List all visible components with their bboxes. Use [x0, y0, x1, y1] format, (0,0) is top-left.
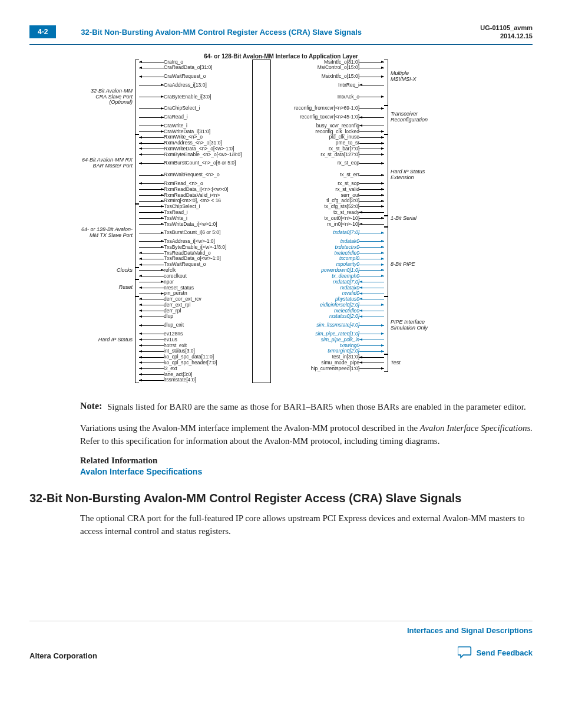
- related-info-heading: Related Information: [80, 456, 533, 466]
- diagram-signal: dlup: [164, 314, 252, 319]
- diagram-signal: CraChipSelect_i: [164, 106, 252, 111]
- diagram-signal: MsiControl_o[15:0]: [271, 65, 359, 71]
- paragraph-1: Variations using the Avalon-MM interface…: [80, 422, 533, 448]
- diagram-signal: derr_rpl: [164, 308, 252, 314]
- page-header: 4-2 32-Bit Non-Bursting Avalon-MM Contro…: [29, 24, 533, 45]
- diagram-signal: rx_st_err: [271, 172, 359, 178]
- feedback-label: Send Feedback: [477, 648, 533, 657]
- diagram-signal: dlup_exit: [164, 322, 252, 328]
- diagram-signal: sim_ltssmstate[4:0]: [271, 322, 359, 328]
- diagram-signal: coreclkout: [164, 274, 252, 279]
- diagram-left-label: Hard IP Status: [81, 337, 135, 343]
- page-number-badge: 4-2: [29, 25, 56, 38]
- para1-a: Variations using the Avalon-MM interface…: [80, 423, 420, 433]
- note-block: Note: Signals listed for BAR0 are the sa…: [80, 401, 533, 414]
- diagram-signal: ltssmstate[4:0]: [164, 377, 252, 383]
- note-label: Note:: [80, 401, 107, 414]
- feedback-icon: [458, 645, 472, 660]
- diagram-right-label: PIPE Interface Simulation Only: [388, 319, 432, 331]
- doc-id: UG-01105_avmm: [480, 24, 533, 32]
- diagram-right-label: Hard IP Status Extension: [388, 169, 432, 181]
- paragraph-2: The optional CRA port for the full-featu…: [80, 512, 533, 538]
- send-feedback-link[interactable]: Send Feedback: [407, 645, 533, 660]
- diagram-title: 64- or 128-Bit Avalon-MM Interface to Ap…: [81, 53, 481, 60]
- diagram-signal: tx_out0[<n>-10]: [271, 216, 359, 222]
- para1-b: Refer to this specification for informat…: [80, 436, 439, 446]
- header-meta: UG-01105_avmm 2014.12.15: [480, 24, 533, 41]
- doc-date: 2014.12.15: [480, 32, 533, 40]
- related-info-link[interactable]: Avalon Interface Specifications: [80, 467, 533, 476]
- diagram-right-label: Transceiver Reconfiguration: [388, 111, 432, 123]
- section-heading: 32-Bit Non-Bursting Avalon-MM Control Re…: [29, 492, 533, 505]
- diagram-signal: TxsWrite_i: [164, 216, 252, 222]
- footer-chapter-link[interactable]: Interfaces and Signal Descriptions: [407, 626, 533, 635]
- diagram-signal: reconfig_toxcvr[<n>45-1:0]: [271, 114, 359, 120]
- diagram-signal: hip_currentspeed[1:0]: [271, 366, 359, 372]
- diagram-left-label: Clocks: [81, 268, 135, 274]
- diagram-signal: IntxAck_o: [271, 94, 359, 100]
- diagram-signal: rxstatus0[2:0]: [271, 314, 359, 319]
- diagram-signal: reconfig_fromxcvr[<n>69-1:0]: [271, 106, 359, 111]
- diagram-signal: RxmWaitRequest_<n>_o: [164, 172, 252, 178]
- diagram-signal: rxdata0[7:0]: [271, 279, 359, 285]
- diagram-signal: rx_in0[<n>-10]: [271, 222, 359, 228]
- diagram-right-label: 1-Bit Serial: [388, 216, 432, 222]
- diagram-signal: MsixIntfc_o[15:0]: [271, 74, 359, 80]
- diagram-right-label: Test: [388, 360, 432, 366]
- footer-company: Altera Corporation: [29, 651, 97, 660]
- diagram-signal: TxsWriteData_i[<w>1:0]: [164, 222, 252, 228]
- diagram-signal: txdata0[7:0]: [271, 230, 359, 236]
- diagram-signal: CraReadData_o[31:0]: [164, 65, 252, 71]
- signal-diagram: 64- or 128-Bit Avalon-MM Interface to Ap…: [81, 53, 481, 384]
- note-text: Signals listed for BAR0 are the same as …: [107, 401, 526, 414]
- diagram-signal: npor: [164, 279, 252, 285]
- diagram-signal: rx_st_data[127:0]: [271, 152, 359, 158]
- diagram-signal: RxmBurstCount_<n>_o[6 or 5:0]: [164, 160, 252, 166]
- diagram-right-label: 8-Bit PIPE: [388, 262, 432, 268]
- diagram-signal: CraByteEnable_i[3:0]: [164, 94, 252, 100]
- diagram-signal: TxsWaitRequest_o: [164, 262, 252, 268]
- diagram-right-label: Multiple MSI/MSI-X: [388, 71, 432, 83]
- diagram-signal: RxmByteEnable_<n>_o[<w>-1/8:0]: [164, 152, 252, 158]
- header-title: 32-Bit Non-Bursting Avalon-MM Control Re…: [81, 28, 480, 37]
- diagram-signal: CraAddress_i[13:0]: [164, 83, 252, 88]
- diagram-left-label: 32-Bit Avalon-MM CRA Slave Port (Optiona…: [81, 88, 135, 106]
- diagram-left-label: 64- or 128-Bit Avalon-MM TX Slave Port: [81, 227, 135, 239]
- diagram-signal: rx_st_eop: [271, 160, 359, 166]
- diagram-signal: IntxReq_i: [271, 83, 359, 88]
- para1-italic: Avalon Interface Specifications.: [420, 423, 533, 433]
- diagram-signal: CraWaitRequest_o: [164, 74, 252, 80]
- page-footer: Altera Corporation Interfaces and Signal…: [29, 621, 533, 660]
- diagram-left-label: 64-Bit Avalon-MM RX BAR Master Port: [81, 157, 135, 169]
- diagram-left-label: Reset: [81, 285, 135, 291]
- diagram-signal: CraRead_i: [164, 114, 252, 120]
- diagram-signal: TxsBurstCount_i[6 or 5:0]: [164, 230, 252, 236]
